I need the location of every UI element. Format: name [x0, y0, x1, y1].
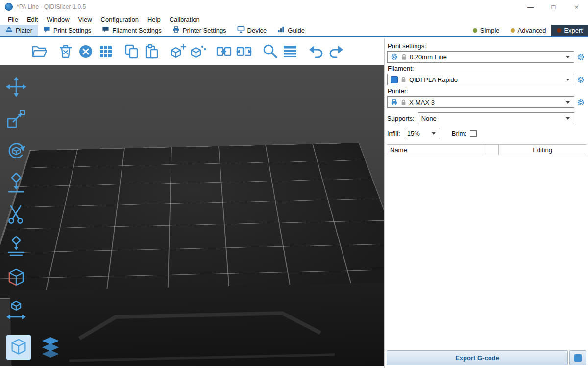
variable-layer-height-button[interactable] [282, 43, 298, 60]
mode-expert[interactable]: Expert [551, 25, 588, 36]
supports-combo[interactable]: None [418, 112, 574, 124]
mode-switcher: Simple Advanced Expert [467, 25, 588, 36]
view-3d-button[interactable] [6, 335, 31, 360]
supports-value: None [421, 115, 437, 122]
device-icon [237, 26, 245, 35]
chevron-down-icon [566, 56, 570, 58]
print-settings-combo[interactable]: 0.20mm Fine [387, 51, 574, 63]
rotate-tool-button[interactable] [5, 139, 27, 162]
cut-tool-button[interactable] [5, 203, 27, 226]
dimension-tool-button[interactable] [5, 299, 27, 321]
add-instance-button[interactable] [170, 43, 186, 60]
measure-tool-button[interactable] [5, 267, 27, 289]
filament-combo[interactable]: QIDI PLA Rapido [387, 74, 574, 85]
menu-configuration[interactable]: Configuration [97, 16, 143, 23]
filament-settings-icon [102, 26, 109, 35]
export-gcode-button[interactable]: Export G-code [387, 350, 568, 365]
tab-plater[interactable]: Plater [0, 25, 38, 36]
arrange-button[interactable] [98, 43, 114, 60]
print-bed [0, 142, 384, 299]
titlebar: *PA Line - QIDISlicer-1.0.5 — □ × [0, 0, 588, 14]
menu-edit[interactable]: Edit [23, 16, 42, 23]
undo-button[interactable] [308, 43, 324, 60]
plater-icon [5, 26, 13, 35]
print-settings-value: 0.20mm Fine [410, 53, 447, 61]
column-editing: Editing [499, 145, 586, 155]
menu-calibration[interactable]: Calibration [165, 16, 204, 23]
tab-label: Print Settings [53, 27, 91, 34]
scale-tool-button[interactable] [5, 107, 27, 130]
tab-label: Device [247, 27, 267, 34]
app-logo-icon [5, 3, 13, 11]
lock-icon [401, 77, 406, 83]
move-tool-button[interactable] [5, 76, 27, 98]
export-row: Export G-code [387, 350, 586, 365]
column-name: Name [387, 145, 485, 155]
printer-icon [391, 99, 398, 106]
layers-preview-button[interactable] [38, 335, 63, 360]
tab-filament-settings[interactable]: Filament Settings [97, 25, 167, 36]
split-to-objects-button[interactable] [216, 43, 232, 60]
simple-dot-icon [473, 28, 477, 33]
set-copies-button[interactable] [190, 43, 206, 60]
gizmo-toolbar [5, 76, 27, 321]
delete-all-button[interactable] [77, 43, 94, 60]
tabbar: Plater Print Settings Filament Settings … [0, 25, 588, 37]
lock-icon [401, 99, 406, 105]
infill-value: 15% [407, 130, 420, 137]
print-settings-gear-button[interactable] [575, 51, 586, 63]
mode-label: Simple [480, 27, 500, 34]
brim-label: Brim: [452, 130, 466, 137]
tab-device[interactable]: Device [232, 25, 272, 36]
guide-icon [277, 26, 285, 35]
redo-button[interactable] [328, 43, 344, 60]
filament-color-swatch [391, 76, 398, 83]
chevron-down-icon [566, 117, 570, 120]
infill-label: Infill: [387, 130, 400, 137]
mode-advanced[interactable]: Advanced [505, 25, 552, 36]
viewport-3d[interactable] [0, 65, 384, 366]
gear-icon [391, 53, 398, 61]
split-to-parts-button[interactable] [236, 43, 252, 60]
printer-label: Printer: [388, 87, 586, 95]
menu-help[interactable]: Help [143, 16, 165, 23]
supports-label: Supports: [387, 115, 415, 122]
delete-button[interactable] [57, 43, 74, 60]
paint-supports-tool-button[interactable] [5, 235, 27, 258]
tab-label: Plater [16, 27, 32, 34]
copy-button[interactable] [123, 43, 140, 60]
close-button[interactable]: × [565, 0, 588, 14]
expert-dot-icon [557, 28, 561, 33]
open-project-button[interactable] [31, 43, 48, 60]
main-toolbar [0, 38, 384, 65]
filament-label: Filament: [388, 65, 586, 72]
printer-combo[interactable]: X-MAX 3 [387, 96, 574, 108]
lock-icon [401, 54, 407, 60]
menu-file[interactable]: File [3, 16, 23, 23]
object-list-header: Name Editing [387, 144, 586, 155]
brim-checkbox[interactable] [470, 130, 477, 137]
tab-label: Filament Settings [112, 27, 161, 34]
print-settings-icon [43, 26, 50, 35]
mode-label: Advanced [518, 27, 546, 34]
export-options-button[interactable] [569, 350, 586, 365]
search-button[interactable] [262, 43, 278, 60]
filament-value: QIDI PLA Rapido [409, 76, 458, 83]
place-on-face-tool-button[interactable] [5, 171, 27, 194]
tab-label: Printer Settings [183, 27, 226, 34]
infill-combo[interactable]: 15% [404, 128, 440, 139]
paste-button[interactable] [144, 43, 160, 60]
menu-window[interactable]: Window [42, 16, 74, 23]
filament-gear-button[interactable] [575, 74, 586, 85]
chevron-down-icon [566, 101, 570, 104]
object-list: Name Editing [387, 144, 586, 342]
maximize-button[interactable]: □ [542, 0, 565, 14]
minimize-button[interactable]: — [519, 0, 542, 14]
printer-gear-button[interactable] [575, 96, 586, 108]
menu-view[interactable]: View [74, 16, 97, 23]
tab-print-settings[interactable]: Print Settings [38, 25, 97, 36]
tab-guide[interactable]: Guide [272, 25, 310, 36]
object-list-body[interactable] [387, 155, 586, 342]
mode-simple[interactable]: Simple [467, 25, 505, 36]
tab-printer-settings[interactable]: Printer Settings [167, 25, 232, 36]
